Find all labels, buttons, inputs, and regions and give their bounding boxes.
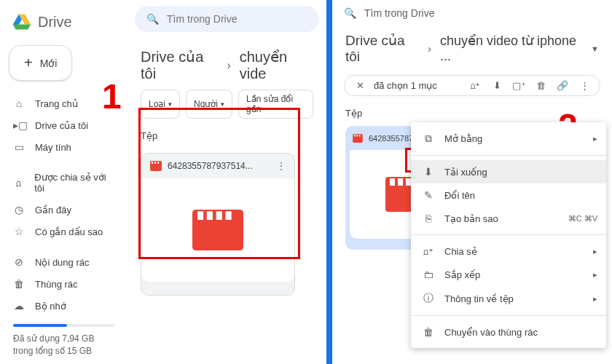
ctx-download[interactable]: ⬇Tải xuống xyxy=(411,160,606,183)
drive-icon xyxy=(12,12,32,32)
chevron-right-icon: ▸ xyxy=(593,294,597,304)
sidebar-item-spam[interactable]: ⊘Nội dung rác xyxy=(0,251,128,273)
home-icon: ⌂ xyxy=(13,98,25,109)
chevron-right-icon: ▸ xyxy=(593,134,597,143)
file-name: 6428355787937514... xyxy=(168,161,253,171)
video-icon xyxy=(353,134,363,143)
ctx-organize[interactable]: 🗀Sắp xếp▸ xyxy=(411,263,606,286)
selection-bar: ✕ đã chọn 1 mục ⩍⁺ ⬇ ▢⁺ 🗑 🔗 ⋮ xyxy=(344,75,600,96)
svg-rect-13 xyxy=(359,134,361,136)
video-icon xyxy=(150,161,162,171)
chevron-right-icon: ▸ xyxy=(593,270,597,280)
section-files: Tệp xyxy=(128,126,326,146)
svg-rect-3 xyxy=(157,162,159,164)
chip-modified[interactable]: Lần sửa đổi gần xyxy=(238,90,313,119)
search-bar[interactable]: 🔍 xyxy=(135,6,319,32)
svg-rect-12 xyxy=(356,134,358,136)
svg-rect-9 xyxy=(226,211,232,220)
main-left: 🔍 Drive của tôi › chuyển vide Loại▾ Ngườ… xyxy=(128,0,326,364)
computer-icon: ▭ xyxy=(13,141,25,153)
svg-rect-6 xyxy=(197,211,203,220)
chevron-right-icon: › xyxy=(227,59,230,72)
sidebar-item-computers[interactable]: ▭Máy tính xyxy=(0,136,128,158)
people-icon: ⩍ xyxy=(13,177,24,189)
folder-icon: 🗀 xyxy=(423,269,434,280)
pencil-icon: ✎ xyxy=(423,189,434,201)
info-icon: ⓘ xyxy=(423,292,434,305)
sidebar: Drive + Mới ⌂Trang chủ ▸▢Drive của tôi ▭… xyxy=(0,0,128,364)
sidebar-item-storage[interactable]: ☁Bộ nhớ xyxy=(0,295,128,317)
chevron-right-icon: › xyxy=(428,42,431,55)
trash-icon: 🗑 xyxy=(13,278,25,290)
filter-chips: Loại▾ Người▾ Lần sửa đổi gần xyxy=(128,90,326,126)
trash-icon: 🗑 xyxy=(423,326,434,338)
bc-root[interactable]: Drive của tôi xyxy=(141,48,218,82)
bc-folder[interactable]: chuyển video từ iphone ... xyxy=(440,33,582,64)
svg-rect-17 xyxy=(406,178,411,186)
search-icon: 🔍 xyxy=(344,7,356,19)
drive-logo: Drive xyxy=(0,6,128,41)
storage-bar xyxy=(13,324,114,327)
search-input[interactable] xyxy=(167,13,307,25)
svg-rect-11 xyxy=(354,134,356,136)
breadcrumb-right: Drive của tôi › chuyển video từ iphone .… xyxy=(332,26,612,71)
logo-text: Drive xyxy=(38,14,72,31)
search-icon: 🔍 xyxy=(146,13,158,25)
breadcrumb: Drive của tôi › chuyển vide xyxy=(128,38,326,90)
trash-icon[interactable]: 🗑 xyxy=(533,80,549,91)
split-divider xyxy=(326,0,332,364)
download-icon: ⬇ xyxy=(423,166,434,178)
svg-rect-2 xyxy=(154,162,156,164)
more-icon[interactable]: ⋮ xyxy=(277,161,286,171)
spam-icon: ⊘ xyxy=(13,256,25,268)
download-icon[interactable]: ⬇ xyxy=(489,80,505,91)
dropdown-icon[interactable]: ▼ xyxy=(591,44,599,53)
chip-type[interactable]: Loại▾ xyxy=(141,90,180,119)
copy-icon: ⎘ xyxy=(423,213,434,224)
new-button[interactable]: + Mới xyxy=(9,45,72,81)
cloud-icon: ☁ xyxy=(13,300,25,312)
bc-root[interactable]: Drive của tôi xyxy=(345,32,419,65)
open-icon: ⧉ xyxy=(423,132,434,145)
sidebar-item-recent[interactable]: ◷Gần đây xyxy=(0,199,128,221)
ctx-trash[interactable]: 🗑Chuyển vào thùng rác xyxy=(411,320,606,344)
storage-info: Đã sử dụng 7,94 GB trong tổng số 15 GB xyxy=(0,317,128,364)
sidebar-item-trash[interactable]: 🗑Thùng rác xyxy=(0,273,128,295)
sidebar-item-starred[interactable]: ☆Có gắn dấu sao xyxy=(0,221,128,242)
ctx-open-with[interactable]: ⧉Mở bằng▸ xyxy=(411,127,606,151)
chevron-right-icon: ▸ xyxy=(593,247,597,256)
ctx-share[interactable]: ⩍⁺Chia sẻ▸ xyxy=(411,240,606,263)
plus-icon: + xyxy=(24,55,33,71)
search-bar-right[interactable]: 🔍 Tìm trong Drive xyxy=(332,0,612,26)
drive-icon: ▸▢ xyxy=(13,119,25,131)
svg-rect-7 xyxy=(207,211,213,220)
svg-rect-8 xyxy=(216,211,222,220)
ctx-rename[interactable]: ✎Đổi tên xyxy=(411,183,606,207)
file-card[interactable]: 6428355787937514... ⋮ xyxy=(141,153,295,296)
more-icon[interactable]: ⋮ xyxy=(576,80,592,91)
svg-rect-16 xyxy=(398,178,403,186)
close-icon[interactable]: ✕ xyxy=(352,80,368,91)
move-icon[interactable]: ▢⁺ xyxy=(511,80,527,91)
ctx-info[interactable]: ⓘThông tin về tệp▸ xyxy=(411,286,606,311)
shortcut-text: ⌘C ⌘V xyxy=(568,214,597,223)
video-thumb-icon xyxy=(192,210,243,250)
star-icon: ☆ xyxy=(13,226,25,237)
svg-rect-15 xyxy=(390,178,395,186)
ctx-make-copy[interactable]: ⎘Tạo bản sao⌘C ⌘V xyxy=(411,207,606,230)
link-icon[interactable]: 🔗 xyxy=(554,80,570,91)
chip-people[interactable]: Người▾ xyxy=(186,90,232,119)
sidebar-item-mydrive[interactable]: ▸▢Drive của tôi xyxy=(0,114,128,136)
sidebar-item-shared[interactable]: ⩍Được chia sẻ với tôi xyxy=(0,167,128,199)
context-menu: ⧉Mở bằng▸ ⬇Tải xuống ✎Đổi tên ⎘Tạo bản s… xyxy=(411,122,606,348)
share-icon: ⩍⁺ xyxy=(423,245,434,257)
selection-text: đã chọn 1 mục xyxy=(374,80,437,91)
share-person-icon[interactable]: ⩍⁺ xyxy=(467,80,483,91)
search-placeholder: Tìm trong Drive xyxy=(364,7,434,19)
storage-text: Đã sử dụng 7,94 GB trong tổng số 15 GB xyxy=(13,333,114,357)
clock-icon: ◷ xyxy=(13,204,25,215)
annotation-number-1: 1 xyxy=(102,76,122,116)
bc-folder[interactable]: chuyển vide xyxy=(240,48,313,82)
svg-rect-1 xyxy=(152,162,153,164)
